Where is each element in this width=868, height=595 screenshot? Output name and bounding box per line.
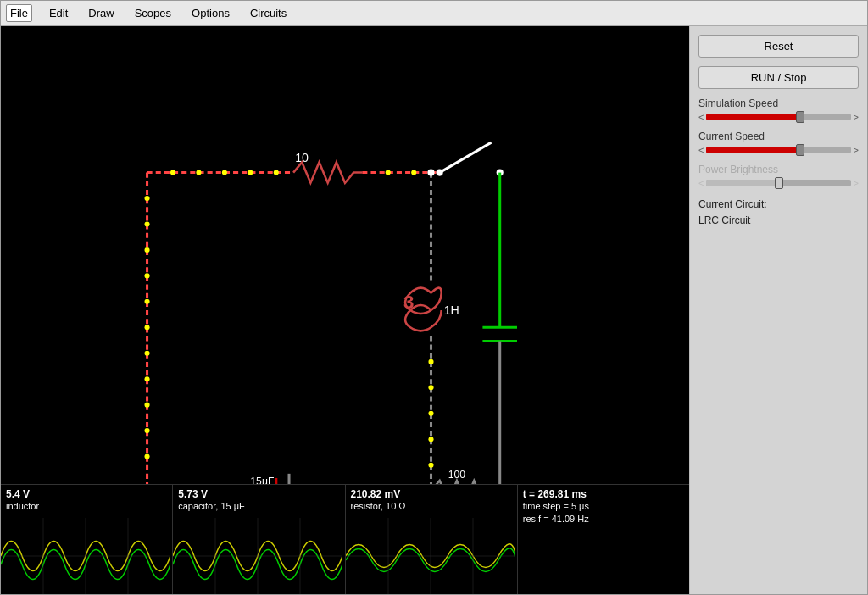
scope-time-step: time step = 5 μs xyxy=(523,500,684,513)
scope-resistor-wave xyxy=(346,518,515,594)
svg-point-35 xyxy=(145,376,150,381)
svg-point-48 xyxy=(428,437,433,442)
current-circuit-info: Current Circuit: LRC Circuit xyxy=(698,197,859,229)
svg-text:1H: 1H xyxy=(444,303,459,317)
svg-point-23 xyxy=(170,170,175,175)
power-brightness-thumb xyxy=(775,177,783,189)
current-speed-track[interactable] xyxy=(706,147,850,153)
svg-point-29 xyxy=(145,221,150,226)
simulation-speed-control: Simulation Speed < > xyxy=(698,97,859,122)
scope-panel-resistor: 210.82 mV resistor, 10 Ω xyxy=(346,485,518,594)
power-brightness-slider-row: < > xyxy=(698,178,859,188)
svg-point-43 xyxy=(386,170,391,175)
svg-point-49 xyxy=(428,463,433,468)
simulation-speed-thumb[interactable] xyxy=(796,111,804,123)
svg-text:3: 3 xyxy=(403,292,414,313)
current-speed-fill xyxy=(706,147,800,153)
simulation-speed-label: Simulation Speed xyxy=(698,97,859,109)
scope-area: 5.4 V inductor xyxy=(1,484,689,594)
svg-point-31 xyxy=(145,273,150,278)
simulation-speed-fill xyxy=(706,114,800,120)
power-brightness-left-arrow: < xyxy=(698,178,704,188)
scope-panel-time: t = 269.81 ms time step = 5 μs res.f = 4… xyxy=(518,485,689,594)
current-speed-left-arrow[interactable]: < xyxy=(698,145,704,155)
scope-inductor-label: inductor xyxy=(6,500,167,513)
scope-panel-capacitor: 5.73 V capacitor, 15 μF xyxy=(173,485,345,594)
scope-inductor-value: 5.4 V xyxy=(6,488,167,500)
svg-point-37 xyxy=(145,428,150,433)
svg-point-36 xyxy=(145,403,150,408)
scope-panel-inductor: 5.4 V inductor xyxy=(1,485,173,594)
svg-point-45 xyxy=(428,359,433,364)
power-brightness-fill xyxy=(706,180,778,186)
svg-point-16 xyxy=(427,170,434,176)
scope-resistor-value: 210.82 mV xyxy=(351,488,512,500)
scope-res-freq: res.f = 41.09 Hz xyxy=(523,513,684,525)
reset-button[interactable]: Reset xyxy=(698,35,859,58)
scope-capacitor-label: capacitor, 15 μF xyxy=(178,500,339,513)
menu-circuits[interactable]: Circuits xyxy=(247,5,290,21)
svg-point-30 xyxy=(145,247,150,253)
app-container: File Edit Draw Scopes Options Circuits xyxy=(0,0,868,595)
current-circuit-name: LRC Circuit xyxy=(698,213,859,229)
svg-point-24 xyxy=(196,170,201,175)
menu-draw[interactable]: Draw xyxy=(85,5,117,21)
scope-resistor-label: resistor, 10 Ω xyxy=(351,500,512,513)
menu-file[interactable]: File xyxy=(6,4,32,22)
svg-point-46 xyxy=(428,385,433,390)
svg-line-3 xyxy=(440,142,492,173)
menu-bar: File Edit Draw Scopes Options Circuits xyxy=(1,1,867,26)
current-speed-right-arrow[interactable]: > xyxy=(854,145,859,155)
scope-inductor-wave xyxy=(1,518,170,594)
svg-point-25 xyxy=(222,170,227,175)
circuit-canvas[interactable]: 3 1H 10 15μF 100 xyxy=(1,26,689,594)
scope-time-value: t = 269.81 ms xyxy=(523,488,684,500)
simulation-speed-slider-row: < > xyxy=(698,112,859,122)
menu-scopes[interactable]: Scopes xyxy=(131,5,175,21)
scope-capacitor-value: 5.73 V xyxy=(178,488,339,500)
svg-point-47 xyxy=(428,411,433,416)
scope-capacitor-wave xyxy=(173,518,342,594)
svg-point-38 xyxy=(145,454,150,459)
svg-point-34 xyxy=(145,351,150,356)
svg-text:100: 100 xyxy=(448,469,466,481)
power-brightness-track xyxy=(706,180,850,186)
current-speed-label: Current Speed xyxy=(698,131,859,142)
simulation-speed-left-arrow[interactable]: < xyxy=(698,112,704,122)
main-area: 3 1H 10 15μF 100 xyxy=(1,26,867,594)
svg-point-33 xyxy=(145,325,150,330)
current-speed-control: Current Speed < > xyxy=(698,131,859,155)
menu-options[interactable]: Options xyxy=(188,5,233,21)
current-speed-slider-row: < > xyxy=(698,145,859,155)
run-stop-button[interactable]: RUN / Stop xyxy=(698,66,859,89)
current-circuit-label: Current Circuit: xyxy=(698,197,859,213)
power-brightness-right-arrow: > xyxy=(854,178,859,188)
svg-point-28 xyxy=(145,196,150,201)
svg-point-32 xyxy=(145,299,150,304)
svg-point-26 xyxy=(248,170,253,175)
svg-point-44 xyxy=(411,170,416,175)
svg-point-27 xyxy=(274,170,279,175)
simulation-speed-track[interactable] xyxy=(706,114,850,120)
menu-edit[interactable]: Edit xyxy=(46,5,71,21)
power-brightness-control: Power Brightness < > xyxy=(698,164,859,188)
current-speed-thumb[interactable] xyxy=(796,144,804,156)
right-panel: Reset RUN / Stop Simulation Speed < > Cu… xyxy=(689,26,867,594)
power-brightness-label: Power Brightness xyxy=(698,164,859,175)
simulation-speed-right-arrow[interactable]: > xyxy=(854,112,859,122)
